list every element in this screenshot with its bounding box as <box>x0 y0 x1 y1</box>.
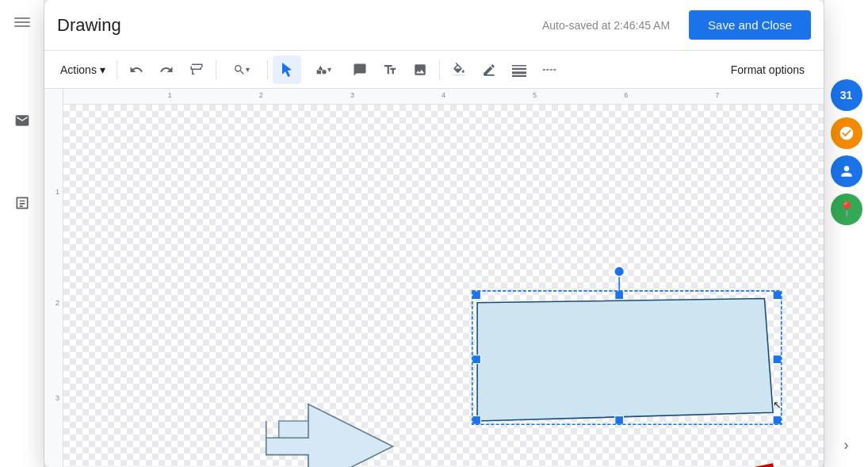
svg-rect-0 <box>14 17 30 19</box>
dialog-title: Drawing <box>57 15 121 36</box>
actions-chevron-icon: ▾ <box>100 63 105 76</box>
parallelogram-shape <box>477 298 773 421</box>
svg-rect-12 <box>553 69 556 71</box>
left-sidebar <box>0 0 44 467</box>
red-arrow-head <box>751 463 777 467</box>
toolbar: Actions ▾ ▾ <box>44 51 824 89</box>
save-close-button[interactable]: Save and Close <box>689 10 811 40</box>
svg-rect-2 <box>14 25 30 27</box>
ruler-h-7: 7 <box>715 91 719 99</box>
toolbar-separator-2 <box>216 60 216 79</box>
actions-label: Actions <box>60 63 97 76</box>
zoom-chevron-icon: ▾ <box>246 65 250 74</box>
redo-button[interactable] <box>152 56 181 84</box>
right-sidebar: 31 📍 › <box>824 0 868 467</box>
line-color-button[interactable] <box>475 56 503 84</box>
handle-tc <box>615 291 624 300</box>
autosaved-status: Auto-saved at 2:46:45 AM <box>542 19 670 32</box>
toolbar-separator-1 <box>117 60 117 79</box>
canvas-svg: ↖ <box>63 105 824 467</box>
rotation-handle <box>614 266 625 277</box>
zoom-button[interactable]: ▾ <box>221 56 262 84</box>
image-button[interactable] <box>406 56 434 84</box>
shapes-chevron-icon: ▾ <box>327 65 331 74</box>
paint-format-button[interactable] <box>182 56 211 84</box>
undo-button[interactable] <box>122 56 151 84</box>
ruler-h-3: 3 <box>350 91 354 99</box>
canvas-wrapper: 1 2 3 4 5 6 7 <box>63 89 824 467</box>
svg-rect-11 <box>550 69 553 71</box>
textbox-button[interactable] <box>376 56 404 84</box>
ruler-left-numbers: 1 2 3 <box>44 89 63 467</box>
format-options-button[interactable]: Format options <box>721 56 814 84</box>
ruler-h-6: 6 <box>624 91 628 99</box>
cursor-text: ↖ <box>773 399 782 411</box>
callout-button[interactable] <box>346 56 374 84</box>
handle-bc <box>615 416 624 425</box>
maps-icon[interactable]: 📍 <box>831 193 862 225</box>
tasks-icon[interactable] <box>831 117 862 149</box>
handle-br <box>773 416 782 425</box>
ruler-v-3: 3 <box>55 394 59 402</box>
svg-rect-4 <box>484 75 495 76</box>
svg-rect-6 <box>512 67 526 69</box>
actions-button[interactable]: Actions ▾ <box>54 56 112 84</box>
drawing-dialog: Drawing Auto-saved at 2:46:45 AM Save an… <box>44 0 824 467</box>
handle-mr <box>773 355 782 364</box>
canvas-area: 1 2 3 1 2 3 4 5 6 7 <box>44 89 824 467</box>
dialog-header: Drawing Auto-saved at 2:46:45 AM Save an… <box>44 0 824 51</box>
svg-rect-5 <box>512 65 526 67</box>
sidebar-chevron-icon[interactable]: › <box>831 429 862 461</box>
toolbar-separator-3 <box>267 60 268 79</box>
sidebar-mail-icon[interactable] <box>6 105 38 136</box>
drawing-canvas[interactable]: ↖ <box>63 105 824 467</box>
calendar-icon[interactable]: 31 <box>831 79 862 111</box>
ruler-h-4: 4 <box>442 91 445 99</box>
ruler-v-1: 1 <box>55 188 59 196</box>
toolbar-separator-4 <box>439 60 440 79</box>
handle-tr <box>773 291 782 300</box>
hamburger-menu-icon[interactable] <box>6 6 38 38</box>
ruler-h-1: 1 <box>168 91 172 99</box>
ruler-left: 1 2 3 <box>44 89 63 467</box>
ruler-h-5: 5 <box>533 91 537 99</box>
sidebar-table-icon[interactable] <box>6 187 38 219</box>
svg-rect-7 <box>512 71 526 74</box>
ruler-h-2: 2 <box>259 91 263 99</box>
svg-rect-1 <box>14 21 30 23</box>
red-arrow-indicator <box>751 463 815 467</box>
svg-rect-10 <box>546 69 549 71</box>
handle-ml <box>472 355 481 364</box>
handle-bl <box>472 416 481 425</box>
handle-tl <box>472 291 481 300</box>
select-button[interactable] <box>273 56 301 84</box>
svg-rect-3 <box>453 75 465 76</box>
line-dash-button[interactable] <box>535 56 564 84</box>
ruler-top: 1 2 3 4 5 6 7 <box>63 89 824 105</box>
contacts-icon[interactable] <box>831 155 862 187</box>
ruler-v-2: 2 <box>55 299 59 307</box>
svg-rect-8 <box>512 75 526 76</box>
line-weight-button[interactable] <box>505 56 533 84</box>
fill-color-button[interactable] <box>445 56 473 84</box>
svg-rect-9 <box>543 69 545 71</box>
shapes-button[interactable]: ▾ <box>303 56 344 84</box>
